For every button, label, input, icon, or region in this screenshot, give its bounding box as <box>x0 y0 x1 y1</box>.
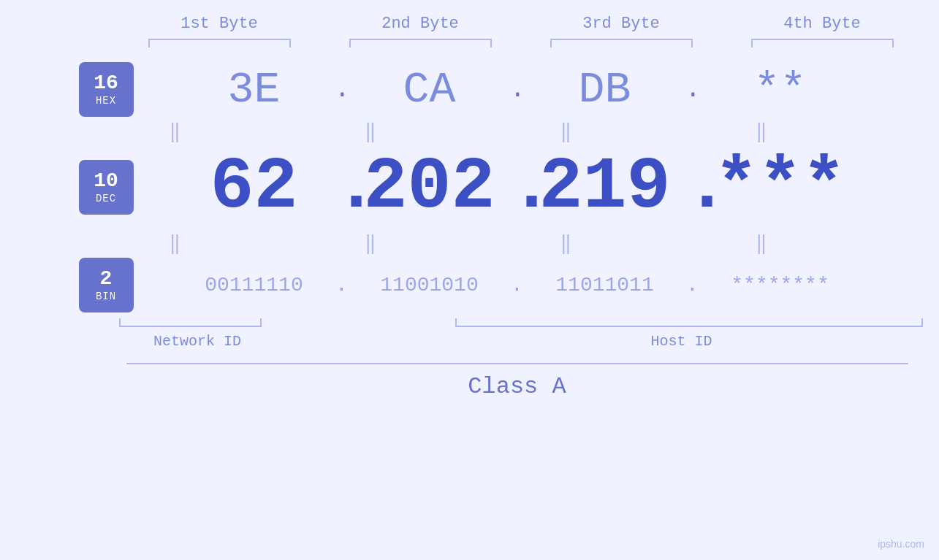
hex-dot2: . <box>510 74 525 104</box>
hex-badge-col: 16 HEX <box>79 62 174 117</box>
byte2-header: 2nd Byte <box>340 15 501 33</box>
dec-row: 10 DEC 62 . 202 . 219 . *** <box>79 146 861 229</box>
main-container: 1st Byte 2nd Byte 3rd Byte 4th Byte 16 H… <box>0 0 939 560</box>
hex-values: 3E . CA . DB . ** <box>174 65 861 115</box>
dec-dot1: . <box>335 146 349 229</box>
dec-b1: 62 <box>174 146 335 229</box>
hex-badge-label: HEX <box>96 95 116 107</box>
hex-row: 16 HEX 3E . CA . DB . ** <box>79 62 861 117</box>
bin-b4: ******** <box>700 274 861 296</box>
eq2-b1: ‖ <box>96 231 256 255</box>
bin-values: 00111110 . 11001010 . 11011011 . *******… <box>174 274 861 296</box>
bin-dot2: . <box>510 274 525 296</box>
dec-b4: *** <box>700 146 861 229</box>
equals-row-1: ‖ ‖ ‖ ‖ <box>79 120 861 143</box>
dec-badge-col: 10 DEC <box>79 160 174 215</box>
bracket-byte2 <box>349 39 492 47</box>
bin-badge: 2 BIN <box>79 258 134 312</box>
bin-b1: 00111110 <box>174 274 335 296</box>
hex-dot1: . <box>335 74 349 104</box>
bin-badge-col: 2 BIN <box>79 258 174 312</box>
dec-dot3: . <box>685 146 700 229</box>
bottom-brackets <box>119 318 923 327</box>
bin-row: 2 BIN 00111110 . 11001010 . 11011011 . *… <box>79 258 861 312</box>
bin-b2: 11001010 <box>349 274 510 296</box>
bin-dot3: . <box>685 274 700 296</box>
class-label: Class A <box>468 373 566 400</box>
bottom-labels: Network ID Host ID <box>119 333 923 350</box>
byte4-header: 4th Byte <box>742 15 902 33</box>
bin-badge-label: BIN <box>96 291 116 302</box>
bottom-section: Network ID Host ID <box>119 318 923 350</box>
bin-b3: 11011011 <box>525 274 685 296</box>
hex-badge-number: 16 <box>94 72 118 95</box>
host-bracket <box>455 318 923 327</box>
hex-badge: 16 HEX <box>79 62 134 117</box>
dec-b2: 202 <box>349 146 510 229</box>
class-row: Class A <box>126 363 908 400</box>
dec-b3: 219 <box>525 146 685 229</box>
dec-badge-number: 10 <box>94 170 118 193</box>
network-bracket <box>119 318 262 327</box>
dec-badge-label: DEC <box>96 193 116 204</box>
eq1-b3: ‖ <box>487 120 647 143</box>
dec-badge: 10 DEC <box>79 160 134 215</box>
eq1-b4: ‖ <box>683 120 843 143</box>
hex-dot3: . <box>685 74 700 104</box>
equals-row-2: ‖ ‖ ‖ ‖ <box>79 231 861 255</box>
hex-b4: ** <box>700 65 861 115</box>
byte3-header: 3rd Byte <box>541 15 702 33</box>
byte-headers-row: 1st Byte 2nd Byte 3rd Byte 4th Byte <box>119 15 923 33</box>
network-id-label: Network ID <box>126 333 269 350</box>
bracket-byte1 <box>148 39 291 47</box>
bracket-byte4 <box>751 39 894 47</box>
dec-dot2: . <box>510 146 525 229</box>
byte1-header: 1st Byte <box>139 15 300 33</box>
eq1-b2: ‖ <box>292 120 452 143</box>
dec-values: 62 . 202 . 219 . *** <box>174 146 861 229</box>
bin-badge-number: 2 <box>100 268 113 291</box>
eq2-b4: ‖ <box>683 231 843 255</box>
eq2-b2: ‖ <box>292 231 452 255</box>
watermark: ipshu.com <box>878 538 924 550</box>
hex-b2: CA <box>349 65 510 115</box>
eq2-b3: ‖ <box>487 231 647 255</box>
bracket-byte3 <box>550 39 693 47</box>
bin-dot1: . <box>335 274 349 296</box>
hex-b1: 3E <box>174 65 335 115</box>
top-brackets <box>119 39 923 47</box>
eq1-b1: ‖ <box>96 120 256 143</box>
hex-b3: DB <box>525 65 685 115</box>
host-id-label: Host ID <box>448 333 916 350</box>
